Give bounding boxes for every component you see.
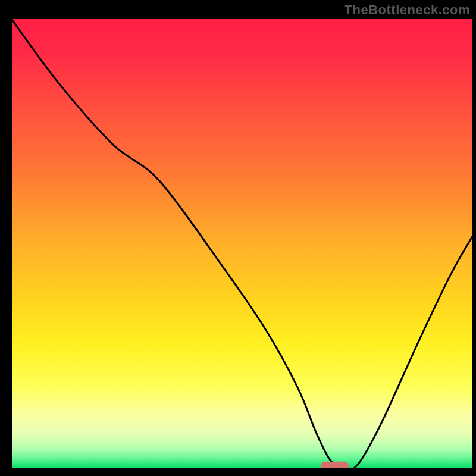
bottleneck-chart [0,0,476,476]
plot-background [11,18,474,469]
chart-frame: TheBottleneck.com [0,0,476,476]
watermark-text: TheBottleneck.com [345,2,470,18]
